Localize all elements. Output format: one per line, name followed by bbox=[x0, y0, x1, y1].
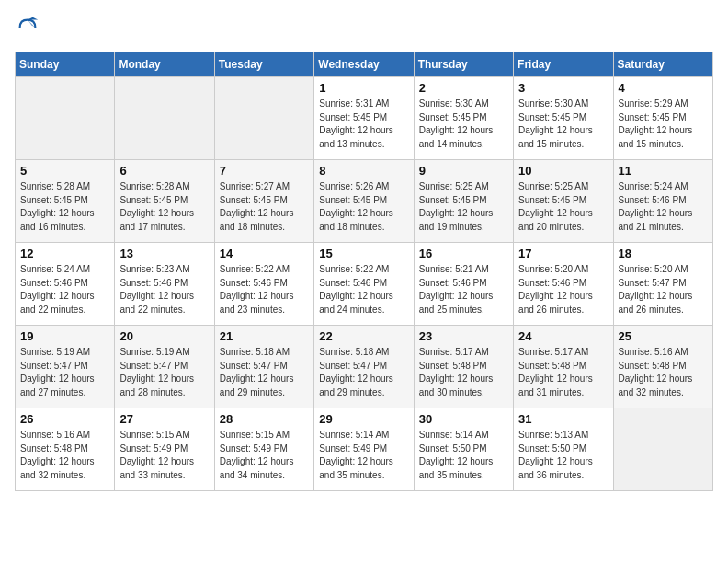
calendar-cell: 29Sunrise: 5:14 AMSunset: 5:49 PMDayligh… bbox=[314, 408, 414, 491]
calendar-cell: 8Sunrise: 5:26 AMSunset: 5:45 PMDaylight… bbox=[314, 160, 414, 243]
day-number: 10 bbox=[518, 164, 608, 178]
day-info: Sunrise: 5:24 AMSunset: 5:46 PMDaylight:… bbox=[20, 263, 109, 316]
day-number: 27 bbox=[119, 412, 209, 426]
calendar-cell bbox=[16, 77, 115, 160]
calendar-cell: 31Sunrise: 5:13 AMSunset: 5:50 PMDayligh… bbox=[514, 408, 613, 491]
day-number: 1 bbox=[319, 81, 408, 95]
calendar-cell bbox=[613, 408, 712, 491]
calendar-cell: 7Sunrise: 5:27 AMSunset: 5:45 PMDaylight… bbox=[214, 160, 313, 243]
day-number: 30 bbox=[419, 412, 508, 426]
calendar-table: SundayMondayTuesdayWednesdayThursdayFrid… bbox=[15, 52, 713, 491]
calendar-cell: 23Sunrise: 5:17 AMSunset: 5:48 PMDayligh… bbox=[414, 326, 513, 408]
day-number: 25 bbox=[619, 329, 708, 343]
calendar-week-4: 19Sunrise: 5:19 AMSunset: 5:47 PMDayligh… bbox=[16, 326, 713, 408]
calendar-week-3: 12Sunrise: 5:24 AMSunset: 5:46 PMDayligh… bbox=[16, 243, 713, 326]
calendar-cell: 30Sunrise: 5:14 AMSunset: 5:50 PMDayligh… bbox=[414, 408, 513, 491]
day-number: 4 bbox=[619, 81, 708, 95]
calendar-cell: 21Sunrise: 5:18 AMSunset: 5:47 PMDayligh… bbox=[214, 326, 313, 408]
calendar-cell bbox=[115, 77, 214, 160]
calendar-cell: 12Sunrise: 5:24 AMSunset: 5:46 PMDayligh… bbox=[16, 243, 115, 326]
day-number: 31 bbox=[518, 412, 608, 426]
weekday-header-friday: Friday bbox=[514, 52, 613, 77]
day-number: 23 bbox=[419, 329, 508, 343]
calendar-cell: 17Sunrise: 5:20 AMSunset: 5:46 PMDayligh… bbox=[514, 243, 613, 326]
day-number: 7 bbox=[220, 164, 309, 178]
day-info: Sunrise: 5:22 AMSunset: 5:46 PMDaylight:… bbox=[220, 263, 309, 316]
day-info: Sunrise: 5:15 AMSunset: 5:49 PMDaylight:… bbox=[119, 429, 209, 482]
calendar-week-5: 26Sunrise: 5:16 AMSunset: 5:48 PMDayligh… bbox=[16, 408, 713, 491]
calendar-cell: 27Sunrise: 5:15 AMSunset: 5:49 PMDayligh… bbox=[115, 408, 214, 491]
calendar-cell: 4Sunrise: 5:29 AMSunset: 5:45 PMDaylight… bbox=[613, 77, 712, 160]
day-number: 3 bbox=[518, 81, 608, 95]
day-info: Sunrise: 5:31 AMSunset: 5:45 PMDaylight:… bbox=[319, 98, 408, 151]
calendar-cell: 18Sunrise: 5:20 AMSunset: 5:47 PMDayligh… bbox=[613, 243, 712, 326]
day-info: Sunrise: 5:30 AMSunset: 5:45 PMDaylight:… bbox=[419, 98, 508, 151]
calendar-cell: 6Sunrise: 5:28 AMSunset: 5:45 PMDaylight… bbox=[115, 160, 214, 243]
weekday-header-tuesday: Tuesday bbox=[214, 52, 313, 77]
calendar-cell: 9Sunrise: 5:25 AMSunset: 5:45 PMDaylight… bbox=[414, 160, 513, 243]
day-info: Sunrise: 5:22 AMSunset: 5:46 PMDaylight:… bbox=[319, 263, 408, 316]
day-info: Sunrise: 5:14 AMSunset: 5:49 PMDaylight:… bbox=[319, 429, 408, 482]
calendar-cell: 19Sunrise: 5:19 AMSunset: 5:47 PMDayligh… bbox=[16, 326, 115, 408]
calendar-cell: 11Sunrise: 5:24 AMSunset: 5:46 PMDayligh… bbox=[613, 160, 712, 243]
day-number: 6 bbox=[119, 164, 209, 178]
calendar-cell: 10Sunrise: 5:25 AMSunset: 5:45 PMDayligh… bbox=[514, 160, 613, 243]
day-number: 9 bbox=[419, 164, 508, 178]
day-number: 16 bbox=[419, 247, 508, 260]
calendar-cell: 13Sunrise: 5:23 AMSunset: 5:46 PMDayligh… bbox=[115, 243, 214, 326]
logo bbox=[15, 15, 44, 40]
calendar-week-1: 1Sunrise: 5:31 AMSunset: 5:45 PMDaylight… bbox=[16, 77, 713, 160]
day-info: Sunrise: 5:16 AMSunset: 5:48 PMDaylight:… bbox=[619, 346, 708, 399]
day-number: 28 bbox=[220, 412, 309, 426]
day-number: 14 bbox=[220, 247, 309, 260]
day-info: Sunrise: 5:14 AMSunset: 5:50 PMDaylight:… bbox=[419, 429, 508, 482]
day-number: 21 bbox=[220, 329, 309, 343]
calendar-cell: 26Sunrise: 5:16 AMSunset: 5:48 PMDayligh… bbox=[16, 408, 115, 491]
calendar-cell: 28Sunrise: 5:15 AMSunset: 5:49 PMDayligh… bbox=[214, 408, 313, 491]
day-number: 24 bbox=[518, 329, 608, 343]
page-header bbox=[15, 15, 713, 40]
day-info: Sunrise: 5:27 AMSunset: 5:45 PMDaylight:… bbox=[220, 180, 309, 234]
calendar-cell: 15Sunrise: 5:22 AMSunset: 5:46 PMDayligh… bbox=[314, 243, 414, 326]
calendar-cell: 22Sunrise: 5:18 AMSunset: 5:47 PMDayligh… bbox=[314, 326, 414, 408]
weekday-header-thursday: Thursday bbox=[414, 52, 513, 77]
calendar-cell: 3Sunrise: 5:30 AMSunset: 5:45 PMDaylight… bbox=[514, 77, 613, 160]
calendar-cell: 24Sunrise: 5:17 AMSunset: 5:48 PMDayligh… bbox=[514, 326, 613, 408]
day-info: Sunrise: 5:20 AMSunset: 5:47 PMDaylight:… bbox=[619, 263, 708, 316]
day-info: Sunrise: 5:25 AMSunset: 5:45 PMDaylight:… bbox=[419, 180, 508, 234]
day-info: Sunrise: 5:23 AMSunset: 5:46 PMDaylight:… bbox=[119, 263, 209, 316]
day-number: 29 bbox=[319, 412, 408, 426]
day-number: 12 bbox=[20, 247, 109, 260]
day-number: 8 bbox=[319, 164, 408, 178]
day-info: Sunrise: 5:20 AMSunset: 5:46 PMDaylight:… bbox=[518, 263, 608, 316]
day-number: 22 bbox=[319, 329, 408, 343]
calendar-cell: 25Sunrise: 5:16 AMSunset: 5:48 PMDayligh… bbox=[613, 326, 712, 408]
calendar-cell: 14Sunrise: 5:22 AMSunset: 5:46 PMDayligh… bbox=[214, 243, 313, 326]
calendar-cell: 16Sunrise: 5:21 AMSunset: 5:46 PMDayligh… bbox=[414, 243, 513, 326]
calendar-cell: 20Sunrise: 5:19 AMSunset: 5:47 PMDayligh… bbox=[115, 326, 214, 408]
day-info: Sunrise: 5:17 AMSunset: 5:48 PMDaylight:… bbox=[419, 346, 508, 399]
day-info: Sunrise: 5:24 AMSunset: 5:46 PMDaylight:… bbox=[619, 180, 708, 234]
day-info: Sunrise: 5:18 AMSunset: 5:47 PMDaylight:… bbox=[319, 346, 408, 399]
calendar-cell: 5Sunrise: 5:28 AMSunset: 5:45 PMDaylight… bbox=[16, 160, 115, 243]
day-number: 11 bbox=[619, 164, 708, 178]
day-number: 26 bbox=[20, 412, 109, 426]
day-info: Sunrise: 5:19 AMSunset: 5:47 PMDaylight:… bbox=[119, 346, 209, 399]
day-info: Sunrise: 5:21 AMSunset: 5:46 PMDaylight:… bbox=[419, 263, 508, 316]
day-info: Sunrise: 5:18 AMSunset: 5:47 PMDaylight:… bbox=[220, 346, 309, 399]
day-number: 15 bbox=[319, 247, 408, 260]
day-info: Sunrise: 5:15 AMSunset: 5:49 PMDaylight:… bbox=[220, 429, 309, 482]
weekday-header-sunday: Sunday bbox=[16, 52, 115, 77]
weekday-header-monday: Monday bbox=[115, 52, 214, 77]
day-number: 19 bbox=[20, 329, 109, 343]
day-info: Sunrise: 5:29 AMSunset: 5:45 PMDaylight:… bbox=[619, 98, 708, 151]
day-number: 17 bbox=[518, 247, 608, 260]
day-info: Sunrise: 5:28 AMSunset: 5:45 PMDaylight:… bbox=[20, 180, 109, 234]
day-number: 13 bbox=[119, 247, 209, 260]
calendar-cell: 1Sunrise: 5:31 AMSunset: 5:45 PMDaylight… bbox=[314, 77, 414, 160]
day-number: 5 bbox=[20, 164, 109, 178]
calendar-header-row: SundayMondayTuesdayWednesdayThursdayFrid… bbox=[16, 52, 713, 77]
day-info: Sunrise: 5:19 AMSunset: 5:47 PMDaylight:… bbox=[20, 346, 109, 399]
day-number: 18 bbox=[619, 247, 708, 260]
weekday-header-wednesday: Wednesday bbox=[314, 52, 414, 77]
